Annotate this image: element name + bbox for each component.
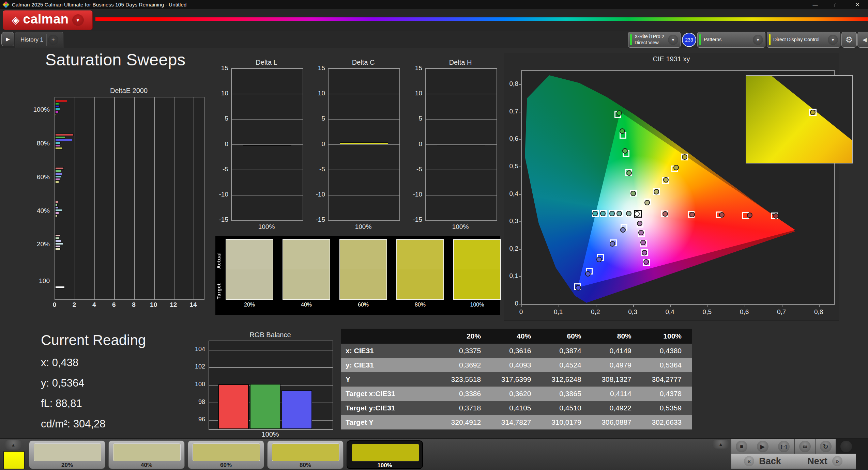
deltae-bar: [55, 201, 58, 203]
settings-button[interactable]: ⚙: [841, 32, 857, 48]
table-cell: 308,1327: [592, 372, 642, 387]
display-control-dropdown[interactable]: Direct Display Control ▼: [767, 32, 840, 48]
gridline: [75, 97, 75, 299]
y-tick-label: -5: [310, 166, 325, 173]
minimize-button[interactable]: —: [805, 0, 826, 9]
cie-measured-marker: [643, 259, 649, 265]
y-tick-label: -5: [407, 166, 422, 173]
gridline: [232, 119, 303, 120]
disabled-button-slot: [836, 439, 868, 454]
deltae-bar: [55, 206, 59, 209]
pattern-button-80%[interactable]: 80%: [267, 440, 344, 469]
deltae-chart: [55, 97, 204, 300]
table-col-header: 20%: [441, 329, 491, 344]
y-tick-label: 5: [407, 115, 422, 122]
meter-dropdown-caret[interactable]: ▼: [668, 35, 678, 45]
table-cell: 0,3718: [441, 401, 491, 415]
y-group-label: 100%: [30, 106, 50, 113]
table-col-header: 100%: [642, 329, 692, 344]
display-control-dropdown-caret[interactable]: ▼: [828, 35, 838, 45]
refresh-button[interactable]: ↻: [815, 439, 836, 454]
cie-measured-marker: [673, 165, 679, 170]
deltae-bar: [55, 204, 58, 206]
play-measure-button[interactable]: ▶: [752, 439, 773, 454]
gridline: [329, 119, 399, 120]
axis-tick: [519, 139, 522, 140]
continuous-button[interactable]: ∞: [794, 439, 815, 454]
current-pattern-swatch: [3, 451, 25, 469]
gridline: [209, 350, 333, 350]
interval-button[interactable]: [··]: [773, 439, 794, 454]
calman-logo-text: calman: [23, 12, 69, 27]
cie-measured-marker: [620, 128, 625, 134]
transport-scroll-up-button[interactable]: ▲: [712, 440, 729, 449]
patterns-dropdown-caret[interactable]: ▼: [753, 35, 763, 45]
axis-tick: [519, 84, 522, 85]
deltae-bar: [55, 242, 63, 245]
x-tick-label: 0,6: [736, 308, 753, 316]
table-cell: 0,3874: [541, 344, 591, 358]
deltae-chart-title: DeltaE 2000: [55, 87, 203, 95]
axis-tick: [745, 304, 745, 307]
deltae-bar: [55, 136, 65, 139]
calman-menu-button[interactable]: ◈ calman ▼: [3, 10, 93, 30]
table-cell: 0,4105: [491, 401, 541, 415]
add-tab-button[interactable]: +: [48, 35, 58, 45]
play-icon: ▶: [6, 36, 10, 42]
cie-measured-marker: [596, 257, 602, 262]
pattern-scroll-up-button[interactable]: ▲: [5, 440, 22, 450]
restore-button[interactable]: [826, 0, 847, 9]
pattern-button-60%[interactable]: 60%: [188, 440, 264, 469]
cie-measured-marker: [689, 212, 695, 217]
saturation-swatch: [396, 239, 444, 300]
table-col-header: 80%: [592, 329, 642, 344]
pattern-button-40%[interactable]: 40%: [108, 440, 185, 469]
x-category-label: 100%: [328, 223, 399, 231]
collapse-panel-button[interactable]: ◀: [857, 32, 868, 48]
close-button[interactable]: ×: [847, 0, 868, 9]
next-chevron-icon: »: [832, 456, 842, 466]
x-tick-label: 8: [127, 301, 141, 309]
plus-icon: +: [51, 36, 55, 43]
play-icon: ▶: [760, 443, 764, 450]
x-tick-label: 0,2: [587, 308, 604, 316]
deltae-bar: [55, 234, 60, 237]
meter-dropdown[interactable]: X-Rite i1Pro 2 Direct View ▼: [628, 32, 681, 48]
gridline: [329, 195, 399, 195]
table-cell: 312,6248: [541, 372, 591, 387]
axis-tick: [519, 112, 522, 112]
pattern-swatch: [113, 443, 181, 461]
y-tick-label: 0,1: [505, 272, 518, 280]
y-tick-label: 98: [190, 398, 205, 406]
y-tick-label: 0: [407, 140, 422, 148]
pattern-button-100%[interactable]: 100%: [347, 440, 423, 469]
calman-diamond-icon: ◈: [12, 15, 19, 25]
next-button[interactable]: Next »: [794, 454, 856, 469]
back-button[interactable]: « Back: [731, 454, 794, 469]
deltae-bar: [55, 173, 62, 175]
y-tick-label: 96: [190, 416, 205, 423]
table-row: x: CIE310,33750,36160,38740,41490,4380: [341, 344, 692, 358]
deltae-bar: [55, 147, 63, 150]
y-tick-label: -10: [310, 191, 325, 198]
table-cell: 0,3375: [441, 344, 491, 358]
title-bar: Calman 2025 Calman Ultimate for Business…: [0, 0, 868, 9]
back-label: Back: [759, 456, 781, 467]
table-col-header: 60%: [541, 329, 591, 344]
deltae-bar: [55, 181, 59, 183]
y-tick-label: -15: [407, 216, 422, 223]
patterns-dropdown[interactable]: Patterns ▼: [697, 32, 765, 48]
deltae-bar: [55, 134, 74, 136]
delta-l-chart: [231, 68, 303, 221]
y-tick-label: 100: [190, 381, 205, 388]
calman-menu-caret[interactable]: ▼: [72, 14, 84, 26]
axis-tick: [819, 304, 820, 307]
gridline: [154, 97, 155, 299]
y-tick-label: 0,5: [505, 162, 518, 170]
y-tick-label: -10: [407, 191, 422, 198]
workflow-play-button[interactable]: ▶: [1, 32, 14, 46]
stop-button[interactable]: ■: [731, 439, 752, 454]
pattern-button-20%[interactable]: 20%: [29, 440, 105, 469]
y-tick-label: 5: [213, 115, 228, 122]
tab-history-1[interactable]: History 1 +: [15, 32, 63, 48]
